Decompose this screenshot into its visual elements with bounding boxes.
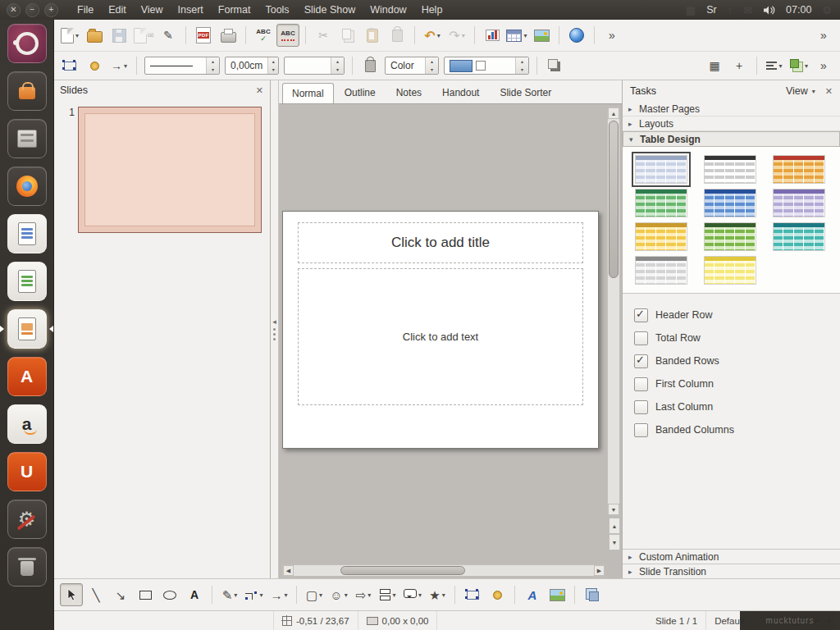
vertical-scrollbar-thumb[interactable]	[609, 121, 619, 278]
insert-chart-button[interactable]	[481, 24, 504, 47]
launcher-item-libreoffice-impress[interactable]	[0, 305, 53, 353]
menu-tools[interactable]: Tools	[258, 0, 296, 20]
insert-image-button[interactable]	[546, 583, 568, 606]
edit-file-button[interactable]: ✎	[157, 24, 180, 47]
display-grid-button[interactable]: ▦	[703, 54, 726, 77]
text-placeholder[interactable]: Click to add text	[298, 268, 583, 405]
flowchart-button[interactable]: ▾	[377, 583, 399, 606]
insert-table-button[interactable]: ▾	[505, 24, 528, 47]
close-slides-panel-icon[interactable]: ✕	[256, 85, 263, 96]
extrusion-button[interactable]	[581, 583, 604, 606]
first-column-checkbox[interactable]: First Column	[634, 372, 840, 395]
launcher-item-dash[interactable]	[0, 20, 53, 67]
launcher-item-software-center[interactable]	[0, 67, 53, 115]
vertical-scrollbar[interactable]: ▲ ▼	[607, 107, 620, 516]
table-style-option[interactable]	[765, 220, 833, 253]
panel-splitter[interactable]: ◂	[271, 80, 279, 578]
callouts-button[interactable]: ▾	[401, 583, 424, 606]
table-style-option[interactable]	[696, 220, 765, 253]
table-style-option[interactable]	[765, 186, 833, 220]
launcher-item-system-settings[interactable]: ⚙	[0, 495, 53, 543]
text-tool-button[interactable]: A	[183, 583, 206, 606]
tab-outline[interactable]: Outline	[335, 82, 386, 103]
scroll-down-icon[interactable]: ▼	[608, 504, 619, 515]
save-button[interactable]	[107, 24, 130, 47]
toolbar-overflow-button[interactable]: »	[600, 24, 623, 47]
line-style-select[interactable]: ▴▾	[144, 57, 220, 75]
table-style-option[interactable]	[627, 186, 696, 220]
table-style-option[interactable]	[696, 186, 765, 220]
spinner[interactable]: ▴▾	[267, 57, 278, 74]
block-arrows-button[interactable]: ⇨▾	[352, 583, 375, 606]
speaker-icon[interactable]	[763, 5, 775, 16]
arrange-button[interactable]: ▾	[788, 54, 810, 77]
slide-canvas[interactable]: Click to add title Click to add text	[282, 211, 599, 449]
spelling-button[interactable]: ABC✓	[252, 24, 275, 47]
collapse-panel-icon[interactable]: ◂	[272, 318, 276, 326]
spinner[interactable]: ▴▾	[331, 57, 344, 74]
tab-handout[interactable]: Handout	[432, 82, 489, 103]
table-style-option[interactable]	[765, 153, 833, 186]
tasks-view-menu[interactable]: View ▾	[786, 85, 815, 97]
tab-notes[interactable]: Notes	[386, 82, 431, 103]
section-table-design[interactable]: ▾ Table Design	[623, 131, 840, 147]
curve-tool-button[interactable]: ✎▾	[218, 583, 241, 606]
launcher-item-trash[interactable]	[0, 543, 53, 591]
close-window-button[interactable]: ✕	[7, 3, 21, 17]
launcher-item-files[interactable]	[0, 115, 53, 162]
banded-columns-checkbox[interactable]: Banded Columns	[634, 418, 840, 441]
align-objects-button[interactable]: ▾	[763, 54, 786, 77]
last-column-checkbox[interactable]: Last Column	[634, 395, 840, 418]
glue-points-button[interactable]	[486, 583, 509, 606]
session-gear-icon[interactable]: ⚙	[822, 5, 832, 16]
tab-normal[interactable]: Normal	[282, 83, 334, 104]
connector-tool-button[interactable]: ▾	[243, 583, 266, 606]
section-layouts[interactable]: ▸ Layouts	[623, 116, 840, 131]
title-placeholder[interactable]: Click to add title	[298, 222, 583, 263]
symbol-shapes-button[interactable]: ☺▾	[327, 583, 350, 606]
undo-button[interactable]: ↶▾	[421, 24, 444, 47]
clone-formatting-button[interactable]	[386, 24, 409, 47]
scroll-left-icon[interactable]: ◀	[283, 565, 294, 576]
arrow-style-button[interactable]: →▾	[107, 54, 130, 77]
table-style-option[interactable]	[627, 220, 696, 253]
launcher-item-amazon[interactable]: a	[0, 400, 53, 448]
rectangle-tool-button[interactable]	[134, 583, 157, 606]
fontwork-button[interactable]: A	[521, 583, 544, 606]
edit-points-button[interactable]	[461, 583, 484, 606]
stars-button[interactable]: ★▾	[426, 583, 449, 606]
keyboard-layout-indicator[interactable]: Sr	[706, 4, 717, 16]
keyboard-grid-icon[interactable]: ▦	[686, 5, 696, 16]
toolbar-options-button[interactable]: »	[812, 54, 835, 77]
insert-image-button[interactable]	[530, 24, 553, 47]
next-slide-icon[interactable]: ▼	[609, 534, 620, 550]
line-color-select[interactable]: ▴▾	[284, 57, 345, 75]
table-style-option[interactable]	[696, 153, 765, 186]
spinner[interactable]: ▴▾	[515, 57, 528, 74]
line-width-input[interactable]: 0,00cm ▴▾	[225, 57, 279, 75]
new-presentation-button[interactable]: ▾	[58, 24, 81, 47]
menu-slideshow[interactable]: Slide Show	[297, 0, 363, 20]
banded-rows-checkbox[interactable]: Banded Rows	[634, 349, 840, 372]
launcher-item-libreoffice-writer[interactable]	[0, 210, 53, 258]
header-row-checkbox[interactable]: Header Row	[634, 304, 840, 326]
toolbar-options-button[interactable]: »	[812, 24, 835, 47]
spinner[interactable]: ▴▾	[206, 57, 219, 74]
launcher-item-ubuntu-one[interactable]: A	[0, 353, 53, 400]
table-style-option[interactable]	[627, 153, 696, 186]
launcher-item-libreoffice-calc[interactable]	[0, 258, 53, 305]
table-style-option[interactable]	[627, 253, 696, 287]
menu-file[interactable]: File	[70, 0, 101, 20]
hyperlink-button[interactable]	[565, 24, 588, 47]
menu-view[interactable]: View	[134, 0, 171, 20]
maximize-window-button[interactable]: +	[44, 3, 58, 17]
print-button[interactable]	[217, 24, 240, 47]
scroll-up-icon[interactable]: ▲	[608, 107, 619, 119]
shadow-button[interactable]	[543, 54, 566, 77]
basic-shapes-button[interactable]: ▢▾	[303, 583, 326, 606]
menu-window[interactable]: Window	[363, 0, 413, 20]
section-master-pages[interactable]: ▸ Master Pages	[623, 102, 840, 116]
ellipse-tool-button[interactable]	[158, 583, 181, 606]
minimize-window-button[interactable]: −	[25, 3, 39, 17]
line-tool-button[interactable]: ╲	[84, 583, 107, 606]
